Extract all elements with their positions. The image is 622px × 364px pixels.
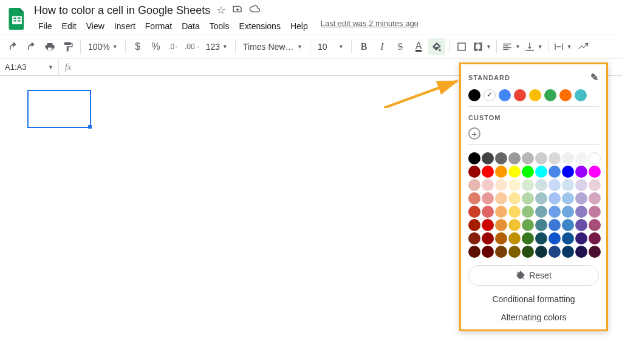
color-swatch[interactable] [575, 192, 587, 204]
color-swatch[interactable] [549, 206, 561, 218]
last-edit-link[interactable]: Last edit was 2 minutes ago [321, 19, 419, 33]
undo-button[interactable] [5, 38, 22, 55]
color-swatch[interactable] [482, 206, 494, 218]
color-swatch[interactable] [562, 246, 574, 258]
move-icon[interactable] [232, 4, 243, 18]
color-swatch[interactable] [522, 206, 534, 218]
color-swatch[interactable] [499, 89, 511, 101]
redo-button[interactable] [23, 38, 40, 55]
font-dropdown[interactable]: Times New…▼ [239, 38, 306, 55]
color-swatch[interactable] [468, 152, 480, 164]
color-swatch[interactable] [508, 219, 521, 231]
color-swatch[interactable] [522, 166, 534, 178]
paint-format-button[interactable] [60, 38, 77, 55]
sheets-logo[interactable] [5, 7, 29, 31]
color-swatch[interactable] [508, 179, 521, 191]
color-swatch[interactable] [529, 89, 541, 101]
edit-icon[interactable]: ✎ [590, 72, 599, 83]
menu-help[interactable]: Help [286, 19, 312, 33]
color-swatch[interactable] [468, 89, 480, 101]
color-swatch[interactable] [589, 232, 601, 244]
rotation-button[interactable] [575, 38, 592, 55]
color-swatch[interactable] [468, 246, 480, 258]
color-swatch[interactable] [535, 152, 547, 164]
color-swatch[interactable] [562, 219, 574, 231]
color-swatch[interactable] [495, 192, 507, 204]
color-swatch[interactable] [508, 152, 521, 164]
font-size-dropdown[interactable]: 10▼ [314, 38, 347, 55]
color-swatch[interactable] [522, 232, 534, 244]
color-swatch[interactable] [575, 219, 587, 231]
color-swatch[interactable] [535, 166, 547, 178]
color-swatch[interactable] [482, 232, 494, 244]
color-swatch[interactable] [589, 152, 601, 164]
percent-button[interactable]: % [148, 38, 165, 55]
color-swatch[interactable] [549, 152, 561, 164]
color-swatch[interactable] [495, 166, 507, 178]
halign-dropdown[interactable]: ▼ [501, 38, 522, 55]
color-swatch[interactable] [522, 246, 534, 258]
color-swatch[interactable] [482, 192, 494, 204]
menu-data[interactable]: Data [177, 19, 204, 33]
color-swatch[interactable] [535, 179, 547, 191]
color-swatch[interactable] [482, 219, 494, 231]
menu-edit[interactable]: Edit [58, 19, 81, 33]
color-swatch[interactable] [482, 246, 494, 258]
color-swatch[interactable] [589, 206, 601, 218]
name-box[interactable]: A1:A3▼ [0, 59, 59, 75]
print-button[interactable] [41, 38, 58, 55]
color-swatch[interactable] [549, 166, 561, 178]
color-swatch[interactable] [495, 219, 507, 231]
color-swatch[interactable] [482, 166, 494, 178]
color-swatch[interactable] [468, 179, 480, 191]
color-swatch[interactable] [535, 192, 547, 204]
color-swatch[interactable] [549, 246, 561, 258]
color-swatch[interactable] [549, 232, 561, 244]
color-swatch[interactable] [589, 179, 601, 191]
more-formats-dropdown[interactable]: 123▼ [202, 38, 231, 55]
color-swatch[interactable] [575, 152, 587, 164]
merge-dropdown[interactable]: ▼ [471, 38, 493, 55]
color-swatch[interactable] [562, 232, 574, 244]
color-swatch[interactable] [575, 206, 587, 218]
color-swatch[interactable] [468, 192, 480, 204]
color-swatch[interactable] [482, 152, 494, 164]
color-swatch[interactable] [482, 179, 494, 191]
reset-button[interactable]: Reset [468, 265, 599, 286]
menu-tools[interactable]: Tools [205, 19, 234, 33]
color-swatch[interactable] [589, 246, 601, 258]
menu-insert[interactable]: Insert [110, 19, 140, 33]
color-swatch[interactable] [549, 192, 561, 204]
menu-file[interactable]: File [34, 19, 56, 33]
color-swatch[interactable] [575, 89, 587, 101]
color-swatch[interactable] [495, 246, 507, 258]
bold-button[interactable]: B [355, 38, 372, 55]
color-swatch[interactable] [544, 89, 556, 101]
color-swatch[interactable] [495, 179, 507, 191]
cell[interactable] [27, 90, 91, 103]
valign-dropdown[interactable]: ▼ [523, 38, 544, 55]
color-swatch[interactable] [562, 179, 574, 191]
color-swatch[interactable] [468, 232, 480, 244]
menu-view[interactable]: View [82, 19, 109, 33]
color-swatch[interactable] [514, 89, 526, 101]
cloud-icon[interactable] [249, 4, 260, 18]
color-swatch[interactable] [508, 166, 521, 178]
menu-format[interactable]: Format [141, 19, 176, 33]
strikethrough-button[interactable]: S [392, 38, 409, 55]
color-swatch[interactable] [549, 219, 561, 231]
color-swatch[interactable] [522, 152, 534, 164]
color-swatch[interactable] [468, 206, 480, 218]
color-swatch[interactable] [495, 206, 507, 218]
star-icon[interactable]: ☆ [216, 4, 226, 18]
color-swatch[interactable] [562, 152, 574, 164]
color-swatch[interactable] [522, 192, 534, 204]
alternating-colors-link[interactable]: Alternating colors [468, 312, 599, 322]
add-custom-color-button[interactable]: + [468, 127, 480, 140]
color-swatch[interactable] [589, 166, 601, 178]
wrap-dropdown[interactable]: ▼ [552, 38, 573, 55]
color-swatch[interactable] [589, 219, 601, 231]
color-swatch[interactable] [549, 179, 561, 191]
color-swatch[interactable] [508, 246, 521, 258]
color-swatch[interactable] [562, 206, 574, 218]
